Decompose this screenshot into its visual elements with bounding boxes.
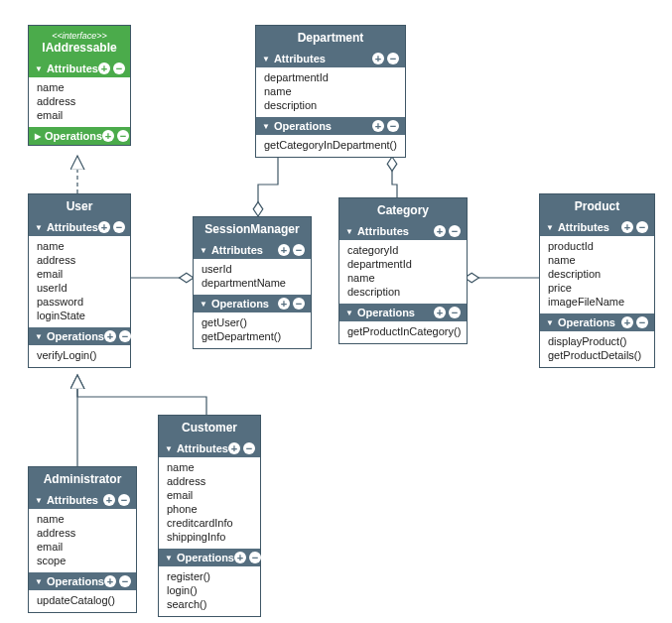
add-icon[interactable]: +	[372, 53, 384, 64]
class-name: User	[67, 199, 93, 213]
class-iaddressable[interactable]: <<interface>> IAddressable ▼Attributes +…	[28, 25, 131, 146]
add-icon[interactable]: +	[372, 120, 384, 132]
class-category[interactable]: Category ▼Attributes +− categoryId depar…	[338, 197, 468, 344]
class-sessionmanager[interactable]: SessionManager ▼Attributes +− userId dep…	[193, 216, 312, 349]
class-product[interactable]: Product ▼Attributes +− productId name de…	[539, 193, 655, 368]
remove-icon[interactable]: −	[119, 575, 131, 587]
operations-list: register() login() search()	[159, 566, 260, 616]
attributes-header[interactable]: ▼Attributes +−	[29, 218, 130, 236]
list-item: updateCatalog()	[37, 593, 128, 607]
operations-list: updateCatalog()	[29, 590, 136, 612]
remove-icon[interactable]: −	[243, 442, 255, 454]
remove-icon[interactable]: −	[636, 316, 648, 328]
remove-icon[interactable]: −	[449, 307, 461, 318]
attributes-list: name address email userId password login…	[29, 236, 130, 327]
collapse-icon: ▼	[35, 223, 43, 232]
class-administrator[interactable]: Administrator ▼Attributes +− name addres…	[28, 466, 137, 613]
operations-header[interactable]: ▶Operations +−	[29, 127, 130, 145]
list-item: creditcardInfo	[167, 516, 252, 530]
class-department[interactable]: Department ▼Attributes +− departmentId n…	[255, 25, 406, 158]
operations-label: Operations	[47, 330, 104, 342]
operations-header[interactable]: ▼Operations +−	[540, 313, 654, 331]
list-item: productId	[548, 239, 646, 253]
attributes-header[interactable]: ▼Attributes +−	[256, 50, 405, 67]
remove-icon[interactable]: −	[636, 221, 648, 233]
attributes-header[interactable]: ▼Attributes +−	[339, 222, 467, 240]
remove-icon[interactable]: −	[118, 494, 130, 506]
collapse-icon: ▼	[200, 300, 207, 309]
list-item: address	[37, 253, 122, 267]
remove-icon[interactable]: −	[387, 53, 399, 64]
add-icon[interactable]: +	[434, 307, 446, 318]
operations-header[interactable]: ▼Operations +−	[29, 572, 136, 590]
list-item: email	[37, 108, 122, 122]
add-icon[interactable]: +	[104, 330, 116, 342]
remove-icon[interactable]: −	[293, 298, 305, 310]
attributes-list: userId departmentName	[194, 259, 311, 295]
collapse-icon: ▼	[35, 496, 43, 505]
list-item: departmentName	[202, 276, 303, 290]
list-item: address	[167, 474, 252, 488]
add-icon[interactable]: +	[98, 62, 110, 74]
class-name: Category	[377, 203, 429, 217]
collapse-icon: ▼	[165, 444, 173, 453]
add-icon[interactable]: +	[103, 494, 115, 506]
class-title: Administrator	[29, 467, 136, 491]
list-item: name	[37, 80, 122, 94]
add-icon[interactable]: +	[98, 221, 110, 233]
class-name: Administrator	[44, 472, 122, 486]
attributes-list: productId name description price imageFi…	[540, 236, 654, 313]
operations-header[interactable]: ▼Operations +−	[256, 117, 405, 135]
collapse-icon: ▼	[35, 64, 43, 73]
operations-header[interactable]: ▼Operations +−	[194, 295, 311, 312]
collapse-icon: ▼	[200, 246, 207, 255]
class-customer[interactable]: Customer ▼Attributes +− name address ema…	[158, 415, 261, 617]
list-item: verifyLogin()	[37, 348, 122, 362]
add-icon[interactable]: +	[228, 442, 240, 454]
list-item: getCategoryInDepartment()	[264, 138, 397, 152]
add-icon[interactable]: +	[102, 130, 114, 142]
add-icon[interactable]: +	[278, 298, 290, 310]
list-item: loginState	[37, 309, 122, 322]
list-item: price	[548, 281, 646, 295]
attributes-header[interactable]: ▼Attributes +−	[159, 439, 260, 457]
operations-list: getCategoryInDepartment()	[256, 135, 405, 157]
list-item: password	[37, 295, 122, 309]
operations-header[interactable]: ▼Operations +−	[29, 327, 130, 345]
remove-icon[interactable]: −	[113, 62, 125, 74]
attributes-header[interactable]: ▼Attributes +−	[194, 241, 311, 259]
remove-icon[interactable]: −	[293, 244, 305, 256]
operations-label: Operations	[177, 552, 234, 563]
add-icon[interactable]: +	[621, 316, 633, 328]
operations-list: verifyLogin()	[29, 345, 130, 367]
attributes-label: Attributes	[47, 494, 98, 506]
list-item: getUser()	[202, 315, 303, 329]
remove-icon[interactable]: −	[117, 130, 129, 142]
operations-header[interactable]: ▼Operations +−	[339, 304, 467, 321]
list-item: login()	[167, 583, 252, 597]
list-item: scope	[37, 554, 128, 567]
add-icon[interactable]: +	[278, 244, 290, 256]
attributes-header[interactable]: ▼Attributes +−	[29, 60, 130, 77]
add-icon[interactable]: +	[434, 225, 446, 237]
attributes-header[interactable]: ▼Attributes +−	[29, 491, 136, 509]
operations-header[interactable]: ▼Operations +−	[159, 549, 260, 566]
operations-label: Operations	[211, 298, 269, 310]
remove-icon[interactable]: −	[249, 552, 261, 563]
add-icon[interactable]: +	[621, 221, 633, 233]
remove-icon[interactable]: −	[113, 221, 125, 233]
remove-icon[interactable]: −	[387, 120, 399, 132]
list-item: description	[548, 267, 646, 281]
operations-list: getProductInCategory()	[339, 321, 467, 343]
remove-icon[interactable]: −	[449, 225, 461, 237]
add-icon[interactable]: +	[234, 552, 246, 563]
class-title: User	[29, 194, 130, 218]
collapse-icon: ▼	[165, 554, 173, 562]
collapse-icon: ▶	[35, 132, 41, 141]
attributes-label: Attributes	[274, 53, 326, 64]
add-icon[interactable]: +	[104, 575, 116, 587]
class-user[interactable]: User ▼Attributes +− name address email u…	[28, 193, 131, 368]
attributes-header[interactable]: ▼Attributes +−	[540, 218, 654, 236]
collapse-icon: ▼	[345, 227, 353, 236]
remove-icon[interactable]: −	[119, 330, 131, 342]
